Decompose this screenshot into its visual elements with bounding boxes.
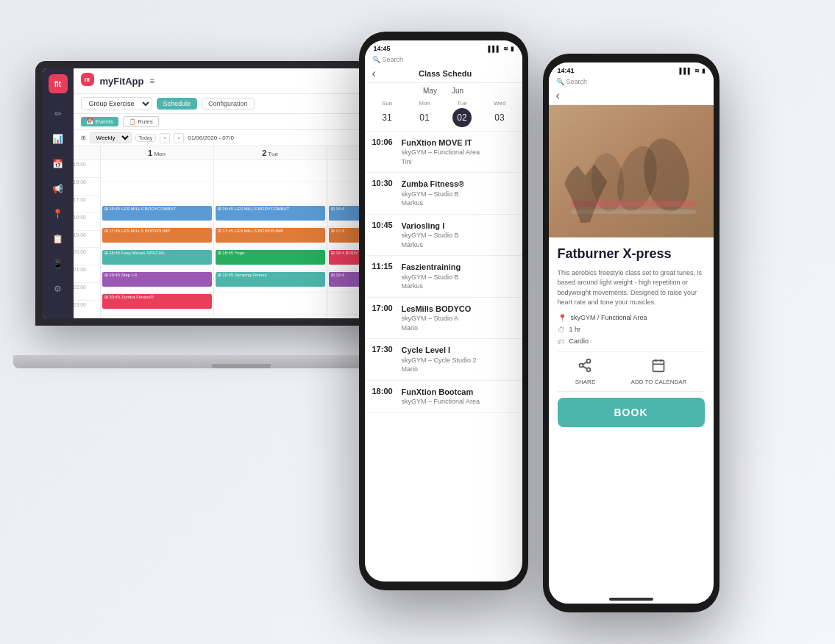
today-button[interactable]: Today: [135, 134, 157, 142]
signal-icon: ▌▌▌: [488, 46, 500, 52]
day-column-mon: ⊞ 16:45 LES MILLS BODYCOMBAT ⊞ 17:45 LES…: [100, 160, 213, 318]
phone2-search-area: 🔍 Search: [549, 76, 714, 87]
exercise-type-select[interactable]: Group Exercise: [81, 97, 152, 110]
sidebar-logo: fit: [49, 74, 68, 93]
search-icon: 🔍: [372, 56, 380, 63]
share-button[interactable]: SHARE: [575, 358, 596, 385]
signal-icon: ▌▌▌: [679, 68, 692, 74]
event-mon-4[interactable]: ⊞ 19:45 Step I-II: [102, 272, 212, 287]
phone1-date-selector: May Jun Sun 31 Mon 01 Tue 02: [365, 83, 522, 132]
phone1-status-bar: 14:45 ▌▌▌ ≋ ▮: [365, 40, 522, 54]
menu-icon[interactable]: ≡: [149, 76, 154, 85]
prev-week-button[interactable]: ‹: [160, 133, 170, 143]
svg-point-7: [587, 359, 591, 362]
next-week-button[interactable]: ›: [174, 133, 184, 143]
schedule-details-5: LesMills BODYCO skyGYM – Studio A Mario: [402, 304, 515, 332]
schedule-item-6[interactable]: 17:30 Cycle Level I skyGYM – Cycle Studi…: [365, 339, 522, 380]
grid-icon: ⊞: [81, 135, 86, 141]
clock-icon: ⏱: [558, 326, 565, 334]
schedule-item-3[interactable]: 10:45 Variosling I skyGYM – Studio B Mar…: [365, 215, 522, 256]
time-slot-1500: 15:00: [74, 160, 100, 178]
svg-line-10: [583, 366, 588, 368]
day-item-sun[interactable]: Sun 31: [377, 100, 397, 127]
day-item-tue-selected[interactable]: Tue 02: [452, 100, 472, 127]
sidebar-icon-calendar[interactable]: 📅: [51, 157, 65, 171]
phone1-time: 14:45: [374, 45, 391, 52]
schedule-item-5[interactable]: 17:00 LesMills BODYCO skyGYM – Studio A …: [365, 298, 522, 339]
events-button[interactable]: 📅 Events: [81, 117, 118, 126]
app-title: myFitApp: [100, 76, 144, 87]
time-col-header: [74, 146, 100, 160]
slot: [214, 160, 327, 182]
schedule-item-4[interactable]: 11:15 Faszientraining skyGYM – Studio B …: [365, 256, 522, 297]
time-slot-2000: 20:00: [74, 248, 100, 265]
phone2-time: 14:41: [558, 67, 575, 74]
sidebar-icon-analytics[interactable]: 📊: [51, 132, 65, 146]
sidebar-icon-docs[interactable]: 📋: [51, 232, 65, 246]
battery-icon: ▮: [511, 46, 514, 52]
slot: [214, 293, 327, 315]
slot: [214, 315, 327, 318]
day-column-tue: ⊞ 16:45 LES MILLS BODYCOMBAT ⊞ 17:45 LES…: [213, 160, 327, 318]
phone1-nav-bar: ‹ Class Schedu: [365, 65, 522, 83]
phone2-detail: 14:41 ▌▌▌ ≋ ▮ 🔍 Search ‹: [543, 54, 719, 612]
sidebar-icon-location[interactable]: 📍: [51, 207, 65, 221]
sidebar-icon-settings[interactable]: ⚙: [51, 282, 65, 296]
month-jun: Jun: [452, 87, 463, 95]
class-category: 🏷 Cardio: [558, 337, 705, 346]
location-icon: 📍: [558, 314, 566, 322]
home-indicator: [549, 595, 714, 604]
sidebar-icon-announce[interactable]: 📢: [51, 182, 65, 196]
svg-line-11: [583, 362, 588, 364]
class-location: 📍 skyGYM / Functional Area: [558, 314, 705, 322]
schedule-details-3: Variosling I skyGYM – Studio B Markus: [402, 221, 515, 249]
sidebar-icon-edit[interactable]: ✏: [51, 107, 65, 121]
svg-rect-6: [571, 210, 696, 214]
svg-point-8: [580, 363, 583, 367]
class-meta: 📍 skyGYM / Functional Area ⏱ 1 hr 🏷 Card…: [558, 314, 705, 346]
time-slot-1600: 16:00: [74, 178, 100, 196]
time-slot-2200: 22:00: [74, 283, 100, 301]
day-selector: Sun 31 Mon 01 Tue 02 Wed 03: [371, 100, 516, 127]
wifi-icon: ≋: [503, 46, 508, 52]
event-tue-2[interactable]: ⊞ 17:45 LES MILLS BODYPUMP: [216, 228, 325, 243]
schedule-details-2: Zumba Fitness® skyGYM – Studio B Markus: [402, 179, 515, 207]
book-button[interactable]: BOOK: [558, 398, 705, 427]
sidebar-icon-mobile[interactable]: 📱: [51, 257, 65, 271]
phone2-search-hint: 🔍 Search: [556, 78, 706, 85]
tab-schedule[interactable]: Schedule: [157, 98, 198, 110]
tab-configuration[interactable]: Configuration: [202, 98, 255, 110]
event-mon-5[interactable]: ⊞ 20:45 Zumba Fitness®: [102, 294, 212, 309]
month-labels: May Jun: [419, 87, 468, 95]
schedule-item-7[interactable]: 18:00 FunXtion Bootcam skyGYM – Function…: [365, 381, 522, 413]
class-title: Fatburner X-press: [558, 246, 705, 262]
svg-rect-5: [571, 201, 696, 207]
phone2-back-button[interactable]: ‹: [556, 89, 560, 102]
day-item-mon[interactable]: Mon 01: [415, 100, 434, 127]
time-slot-2300: 23:00: [74, 301, 100, 318]
svg-point-9: [587, 368, 591, 371]
slot: [214, 182, 327, 204]
rules-button[interactable]: 📋 Rules: [123, 116, 159, 127]
schedule-item-2[interactable]: 10:30 Zumba Fitness® skyGYM – Studio B M…: [365, 173, 522, 214]
event-mon-1[interactable]: ⊞ 16:45 LES MILLS BODYCOMBAT: [102, 206, 212, 221]
event-mon-3[interactable]: ⊞ 18:45 Easy Moves SPECIAL: [102, 250, 212, 265]
schedule-item-1[interactable]: 10:06 FunXtion MOVE IT skyGYM – Function…: [365, 132, 522, 173]
time-slot-1900: 19:00: [74, 231, 100, 248]
hero-svg: [549, 105, 714, 237]
event-mon-2[interactable]: ⊞ 17:45 LES MILLS BODYPUMP: [102, 228, 212, 243]
event-tue-4[interactable]: ⊞ 19:45 Jumping Fitness: [216, 272, 325, 287]
event-tue-1[interactable]: ⊞ 16:45 LES MILLS BODYCOMBAT: [216, 206, 325, 221]
date-range: 01/06/2020 - 07/0: [188, 135, 234, 141]
calendar-view-select[interactable]: Weekly: [90, 132, 132, 143]
scene: fit ✏ 📊 📅 📢 📍 📋 📱 ⚙: [13, 17, 822, 627]
calendar-icon: 📅: [86, 118, 93, 125]
class-action-buttons: SHARE ADD TO CALENDAR: [558, 351, 705, 392]
schedule-details-1: FunXtion MOVE IT skyGYM – Functional Are…: [402, 137, 515, 166]
add-to-calendar-button[interactable]: ADD TO CALENDAR: [631, 358, 687, 385]
day-item-wed[interactable]: Wed 03: [490, 100, 509, 127]
schedule-details-7: FunXtion Bootcam skyGYM – Functional Are…: [402, 387, 515, 407]
event-tue-3[interactable]: ⊞ 18:45 Yoga: [216, 250, 325, 265]
class-hero-image: [549, 105, 714, 237]
class-hero-bg: [549, 105, 714, 237]
